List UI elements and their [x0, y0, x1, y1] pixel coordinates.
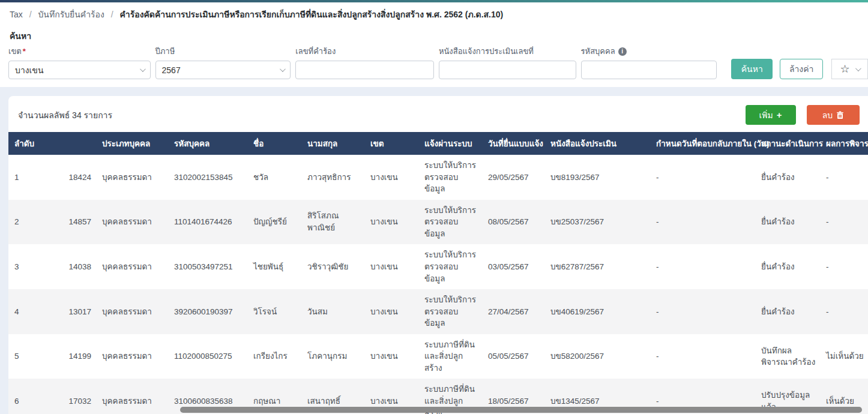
star-icon: ☆	[840, 64, 850, 74]
cell-10: -	[651, 155, 756, 200]
search-form: เขต* บางเขน ปีภาษี 2567 เลขที่คำร้อง หนั…	[0, 44, 868, 79]
cell-1: 14857	[44, 200, 97, 245]
favorite-button[interactable]: ☆	[831, 59, 868, 79]
table-row[interactable]: 214857บุคคลธรรมดา1101401674426ปัญญ์ชรีย์…	[8, 200, 868, 245]
column-header-2: ประเภทบุคคล	[97, 132, 169, 155]
delete-button[interactable]: ลบ	[807, 105, 860, 125]
search-section-title: ค้นหา	[0, 21, 868, 44]
chevron-down-icon	[280, 66, 286, 72]
cell-3: 3920600190397	[169, 289, 249, 334]
info-icon[interactable]: i	[618, 47, 627, 56]
column-header-7: แจ้งผ่านระบบ	[420, 132, 483, 155]
results-count: จำนวนผลลัพธ์ 34 รายการ	[18, 109, 112, 122]
cell-3: 1101401674426	[169, 200, 249, 245]
cell-0: 2	[8, 200, 44, 245]
cell-0: 5	[8, 334, 44, 379]
tax-year-select[interactable]: 2567	[155, 61, 291, 79]
column-header-9: หนังสือแจ้งประเมิน	[546, 132, 651, 155]
delete-button-label: ลบ	[822, 110, 833, 120]
add-button[interactable]: เพิ่ม+	[746, 105, 796, 125]
cell-4: เกรียงไกร	[249, 334, 303, 379]
search-button[interactable]: ค้นหา	[731, 59, 773, 79]
cell-1: 18424	[44, 155, 97, 200]
cell-8: 27/04/2567	[483, 289, 546, 334]
breadcrumb-item-record[interactable]: บันทึกรับยื่นคำร้อง	[38, 10, 104, 19]
breadcrumb-item-tax[interactable]: Tax	[10, 10, 23, 19]
cell-5: ภาวสุทธิการ	[303, 155, 366, 200]
cell-5: สิริโสภณพาณิชย์	[303, 200, 366, 245]
table-row[interactable]: 514199บุคคลธรรมดา1102000850275เกรียงไกรโ…	[8, 334, 868, 379]
cell-8: 05/05/2567	[483, 334, 546, 379]
cell-4: วิโรจน์	[249, 289, 303, 334]
cell-2: บุคคลธรรมดา	[97, 334, 169, 379]
cell-1: 14038	[44, 244, 97, 289]
cell-11: ยื่นคำร้อง	[756, 200, 821, 245]
cell-9: บข8193/2567	[546, 155, 651, 200]
column-header-5: นามสกุล	[303, 132, 366, 155]
petition-no-input[interactable]	[295, 61, 434, 79]
cell-5: โภคานุกรม	[303, 334, 366, 379]
cell-7: ระบบภาษีที่ดินและสิ่งปลูกสร้าง	[420, 334, 483, 379]
cell-8: 03/05/2567	[483, 244, 546, 289]
petition-no-field: เลขที่คำร้อง	[295, 45, 434, 79]
cell-2: บุคคลธรรมดา	[97, 244, 169, 289]
cell-7: ระบบให้บริการตรวจสอบข้อมูล	[420, 200, 483, 245]
petition-no-label: เลขที่คำร้อง	[295, 45, 434, 58]
content-background: จำนวนผลลัพธ์ 34 รายการ เพิ่ม+ ลบ ลำดับปร…	[0, 87, 868, 414]
cell-0: 4	[8, 289, 44, 334]
tax-year-select-value: 2567	[162, 65, 181, 75]
table-row[interactable]: 314038บุคคลธรรมดา3100503497251ไชยพันธุ์ว…	[8, 244, 868, 289]
cell-7: ระบบให้บริการตรวจสอบข้อมูล	[420, 289, 483, 334]
person-code-input[interactable]	[581, 61, 717, 79]
cell-5: วันสม	[303, 289, 366, 334]
breadcrumb-separator: /	[29, 10, 32, 19]
cell-9: บข40619/2567	[546, 289, 651, 334]
cell-6: บางเขน	[366, 289, 420, 334]
column-header-4: ชื่อ	[249, 132, 303, 155]
cell-3: 3102002153845	[169, 155, 249, 200]
cell-6: บางเขน	[366, 334, 420, 379]
table-row[interactable]: 413017บุคคลธรรมดา3920600190397วิโรจน์วัน…	[8, 289, 868, 334]
cell-7: ระบบให้บริการตรวจสอบข้อมูล	[420, 155, 483, 200]
cell-1: 17032	[44, 379, 97, 414]
cell-6: บางเขน	[366, 244, 420, 289]
column-header-6: เขต	[366, 132, 420, 155]
column-header-3: รหัสบุคคล	[169, 132, 249, 155]
cell-12: -	[821, 155, 868, 200]
results-panel: จำนวนผลลัพธ์ 34 รายการ เพิ่ม+ ลบ ลำดับปร…	[8, 96, 868, 414]
column-header-1	[44, 132, 97, 155]
cell-9: บข58200/2567	[546, 334, 651, 379]
column-header-11: สถานะดำเนินการ	[756, 132, 821, 155]
cell-10: -	[651, 334, 756, 379]
cell-2: บุคคลธรรมดา	[97, 155, 169, 200]
district-select-value: บางเขน	[15, 64, 44, 77]
cell-2: บุคคลธรรมดา	[97, 289, 169, 334]
tax-year-label: ปีภาษี	[155, 45, 291, 58]
table-row[interactable]: 118424บุคคลธรรมดา3102002153845ชวัลภาวสุท…	[8, 155, 868, 200]
district-select[interactable]: บางเขน	[8, 61, 151, 79]
cell-11: ยื่นคำร้อง	[756, 289, 821, 334]
person-code-label: รหัสบุคคล	[581, 45, 615, 58]
cell-10: -	[651, 200, 756, 245]
cell-4: ไชยพันธุ์	[249, 244, 303, 289]
cell-0: 3	[8, 244, 44, 289]
district-field: เขต* บางเขน	[8, 45, 151, 79]
horizontal-scrollbar[interactable]	[180, 407, 862, 413]
assessment-letter-no-input[interactable]	[439, 61, 576, 79]
cell-1: 13017	[44, 289, 97, 334]
cell-8: 29/05/2567	[483, 155, 546, 200]
cell-3: 3100503497251	[169, 244, 249, 289]
column-header-8: วันที่ยื่นแบบแจ้ง	[483, 132, 546, 155]
cell-3: 1102000850275	[169, 334, 249, 379]
results-table: ลำดับประเภทบุคคลรหัสบุคคลชื่อนามสกุลเขตแ…	[8, 132, 868, 414]
cell-1: 14199	[44, 334, 97, 379]
cell-4: ปัญญ์ชรีย์	[249, 200, 303, 245]
cell-11: บันทึกผลพิจารณาคำร้อง	[756, 334, 821, 379]
assessment-letter-no-field: หนังสือแจ้งการประเมินเลขที่	[439, 45, 576, 79]
column-header-0: ลำดับ	[8, 132, 44, 155]
cell-10: -	[651, 289, 756, 334]
add-button-label: เพิ่ม	[759, 110, 773, 120]
clear-button[interactable]: ล้างค่า	[780, 59, 823, 79]
district-label: เขต	[8, 45, 22, 58]
chevron-down-icon	[139, 66, 145, 72]
